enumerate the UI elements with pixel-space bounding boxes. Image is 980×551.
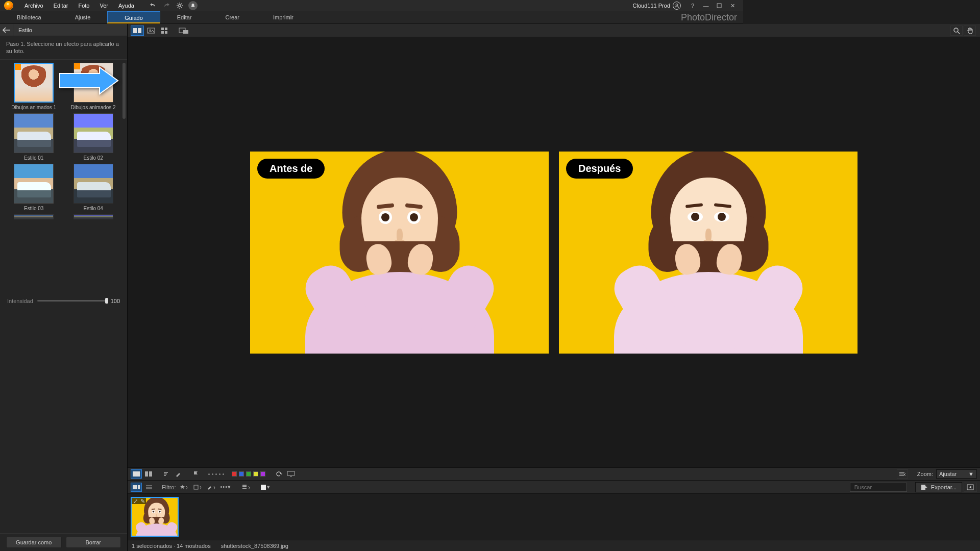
svg-point-6 xyxy=(150,29,151,31)
main-area: Antes de Después xyxy=(128,24,743,416)
view-grid-icon[interactable] xyxy=(158,26,170,36)
app-logo-icon xyxy=(4,1,13,10)
sidebar-back-button[interactable] xyxy=(0,24,13,36)
redo-icon[interactable] xyxy=(162,1,171,10)
view-compare-icon[interactable] xyxy=(131,26,144,36)
svg-point-0 xyxy=(179,5,181,7)
mode-create[interactable]: Crear xyxy=(209,11,257,23)
menu-file[interactable]: Archivo xyxy=(19,0,48,11)
undo-icon[interactable] xyxy=(149,1,158,10)
mode-guided[interactable]: Guiado xyxy=(107,11,160,23)
brand-label: PhotoDirector xyxy=(681,11,743,23)
style-preset[interactable]: Estilo 02 xyxy=(67,113,120,161)
style-preset[interactable]: Estilo 01 xyxy=(7,113,61,161)
notifications-icon[interactable] xyxy=(188,1,198,10)
style-preset[interactable] xyxy=(67,214,120,219)
mode-adjust[interactable]: Ajuste xyxy=(58,11,108,23)
menu-edit[interactable]: Editar xyxy=(48,0,74,11)
compare-canvas: Antes de Después xyxy=(128,37,743,416)
settings-gear-icon[interactable] xyxy=(175,1,184,10)
style-preset[interactable]: Dibujos animados 1 xyxy=(7,63,61,110)
user-avatar-icon xyxy=(673,2,681,10)
maximize-window-icon[interactable] xyxy=(715,1,724,10)
user-account[interactable]: Cloud111 Prod xyxy=(633,2,681,10)
view-secondary-icon[interactable] xyxy=(177,26,191,36)
view-single-icon[interactable] xyxy=(145,26,157,36)
intensity-slider[interactable]: Intensidad 100 xyxy=(0,296,127,306)
svg-rect-2 xyxy=(717,4,721,8)
svg-rect-8 xyxy=(165,28,167,30)
menu-photo[interactable]: Foto xyxy=(73,0,94,11)
style-preset[interactable] xyxy=(7,214,61,219)
sidebar-title: Estilo xyxy=(13,27,32,33)
sidebar-scrollbar[interactable] xyxy=(122,63,126,119)
before-panel: Antes de xyxy=(250,152,549,354)
premium-badge-icon xyxy=(14,63,21,70)
help-icon[interactable]: ? xyxy=(688,1,697,10)
minimize-window-icon[interactable]: — xyxy=(701,1,710,10)
svg-rect-9 xyxy=(161,31,164,34)
mode-print[interactable]: Imprimir xyxy=(256,11,310,23)
close-window-icon[interactable]: ✕ xyxy=(728,1,737,10)
after-panel: Después xyxy=(559,152,743,354)
viewer-toolbar xyxy=(128,24,743,37)
svg-rect-4 xyxy=(138,28,141,33)
user-name: Cloud111 Prod xyxy=(633,3,670,9)
svg-rect-3 xyxy=(133,28,137,33)
menu-bar: Archivo Editar Foto Ver Ayuda Cloud111 P… xyxy=(0,0,743,11)
step-instruction: Paso 1. Seleccione un efecto para aplica… xyxy=(0,36,127,60)
mode-tabs: Biblioteca Ajuste Guiado Editar Crear Im… xyxy=(0,11,743,24)
menu-view[interactable]: Ver xyxy=(94,0,113,11)
svg-rect-7 xyxy=(161,28,164,30)
svg-point-1 xyxy=(676,4,678,6)
svg-rect-12 xyxy=(183,30,188,34)
mode-edit[interactable]: Editar xyxy=(160,11,209,23)
style-preset[interactable]: Estilo 04 xyxy=(67,164,120,211)
style-preset[interactable]: Estilo 03 xyxy=(7,164,61,211)
menu-help[interactable]: Ayuda xyxy=(113,0,139,11)
svg-rect-10 xyxy=(165,31,167,34)
mode-library[interactable]: Biblioteca xyxy=(0,11,58,23)
guide-arrow-icon xyxy=(59,66,119,95)
